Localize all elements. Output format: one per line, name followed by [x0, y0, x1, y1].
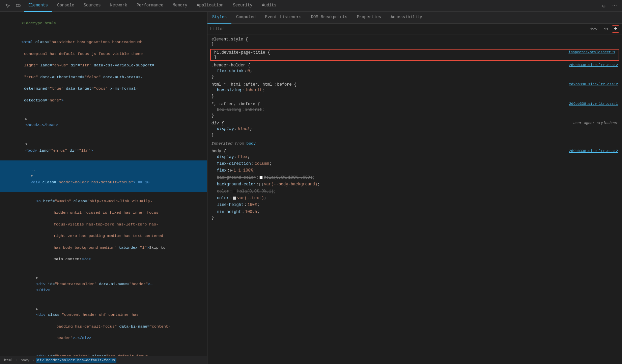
star-header: *, :after, :before { 2d9bb338.site-ltr.c… — [211, 102, 618, 107]
body-lang: lang= — [39, 148, 51, 153]
div-ua-rule: div { user agent stylesheet display : bl… — [207, 120, 622, 139]
html-star-selector: html *, html :after, html :before { — [211, 82, 296, 87]
html-class-cont4: determined="true" data-target="docs" x-m… — [21, 86, 138, 91]
devtools-toolbar: Elements Console Sources Network Perform… — [0, 0, 622, 12]
tab-accessibility[interactable]: Accessibility — [386, 12, 427, 24]
a-tag: <a — [36, 199, 43, 203]
color-swatch-1[interactable] — [233, 190, 236, 193]
body-rule-brace: } — [211, 215, 618, 220]
header-area-triangle[interactable]: ▶ — [36, 276, 38, 280]
device-icon[interactable] — [13, 1, 23, 10]
box-sizing-inherit-prop: box-sizing : inherit ; — [211, 87, 618, 94]
content-header-line[interactable]: ▶ <div class="content-header uhf-contain… — [0, 300, 207, 347]
display-flex-prop: display : flex ; — [211, 154, 618, 160]
element-style-selector: element.style { — [211, 37, 248, 42]
hov-button[interactable]: :hov — [589, 26, 599, 32]
tab-audits[interactable]: Audits — [258, 0, 280, 12]
tab-dom-breakpoints[interactable]: DOM Breakpoints — [306, 12, 352, 24]
html-class-value: "hasSidebar hasPageActions hasBreadcrumb — [49, 40, 142, 44]
tab-event-listeners[interactable]: Event Listeners — [260, 12, 306, 24]
flex-shrink-prop: flex-shrink : 0 ; — [211, 68, 618, 74]
element-style-header: element.style { — [211, 37, 618, 42]
bg-color-swatch-2[interactable] — [259, 183, 263, 186]
breadcrumb-body[interactable]: body — [19, 358, 31, 363]
h1-rule-brace: } — [214, 55, 615, 60]
div-header-holder-line[interactable]: .. ▼ <div class="header-holder has-defau… — [0, 160, 207, 192]
tab-elements[interactable]: Elements — [24, 0, 52, 12]
banner-holder-line[interactable]: <div id="banner-holder" class="has-defau… — [0, 347, 207, 356]
h1-selector: h1.devsite-page-title { — [214, 50, 270, 55]
tab-console[interactable]: Console — [53, 0, 78, 12]
content-header-triangle[interactable]: ▶ — [36, 307, 38, 311]
styles-tabs: Styles Computed Event Listeners DOM Brea… — [207, 12, 622, 24]
tab-security[interactable]: Security — [229, 0, 257, 12]
div-ua-brace: } — [211, 133, 618, 138]
h1-devsite-rule: h1.devsite-page-title { inspector-styles… — [210, 49, 619, 61]
bg-color-swatch-1[interactable] — [259, 176, 263, 179]
star-brace: } — [211, 113, 618, 118]
html-root-line[interactable]: <html class="hasSidebar hasPageActions h… — [0, 33, 207, 109]
svg-rect-1 — [19, 5, 21, 6]
tab-performance[interactable]: Performance — [133, 0, 167, 12]
html-star-source[interactable]: 2d9bb338.site-ltr.css:2 — [569, 82, 618, 86]
color-strikethrough-prop: color : hsla(0,0%,9%,1) ; — [211, 188, 618, 195]
head-triangle[interactable]: ▶ — [25, 117, 27, 121]
color-swatch-2[interactable] — [233, 196, 236, 200]
smiley-icon[interactable]: ☺ — [599, 1, 609, 10]
elements-panel: <!doctype html> <html class="hasSidebar … — [0, 12, 207, 364]
header-holder-source[interactable]: 2d9bb338.site-ltr.css:2 — [569, 63, 618, 67]
tab-styles[interactable]: Styles — [207, 12, 231, 24]
tab-properties[interactable]: Properties — [352, 12, 386, 24]
more-options-icon[interactable]: ⋯ — [610, 1, 619, 10]
body-line[interactable]: ▼ <body lang="en-us" dir="ltr"> — [0, 135, 207, 160]
breadcrumb-div[interactable]: div.header-holder.has-default-focus — [36, 358, 116, 363]
html-class-cont5: detection="none"> — [21, 98, 63, 102]
html-star-header: html *, html :after, html :before { 2d9b… — [211, 82, 618, 87]
inherited-label-text: Inherited from — [211, 141, 244, 146]
bg-color-prop: background-color : var(--body-background… — [211, 181, 618, 188]
header-holder-header: .header-holder { 2d9bb338.site-ltr.css:2 — [211, 63, 618, 68]
breadcrumb-sep-2: › — [32, 358, 34, 362]
header-area-holder-line[interactable]: ▶ <div id="headerAreaHolder" data-bi-nam… — [0, 268, 207, 300]
styles-content[interactable]: element.style { } h1.devsite-page-title … — [207, 34, 622, 364]
head-line[interactable]: ▶ <head>…</head> — [0, 109, 207, 135]
html-class-cont: conceptual has-default-focus js-focus-vi… — [21, 52, 145, 56]
body-triangle[interactable]: ▼ — [25, 143, 27, 146]
body-lang-val: "en-us" — [51, 148, 67, 153]
tab-sources[interactable]: Sources — [80, 0, 105, 12]
tab-memory[interactable]: Memory — [169, 0, 191, 12]
flex-direction-prop: flex-direction : column ; — [211, 160, 618, 167]
div-triangle[interactable]: ▼ — [31, 174, 33, 178]
line-height-prop: line-height : 160% ; — [211, 202, 618, 208]
add-style-button[interactable]: + — [612, 25, 619, 33]
anchor-line[interactable]: <a href="#main" class="skip-to-main-link… — [0, 192, 207, 268]
doctype-text: <!doctype html> — [21, 21, 56, 25]
header-holder-brace: } — [211, 74, 618, 79]
h1-rule-header: h1.devsite-page-title { inspector-styles… — [214, 50, 615, 55]
inherited-element[interactable]: body — [247, 141, 256, 146]
div-tag: <div — [31, 180, 43, 184]
breadcrumb-sep-1: › — [16, 358, 18, 362]
toolbar-right: ☺ ⋯ — [599, 1, 619, 10]
html-doctype-line[interactable]: <!doctype html> — [0, 14, 207, 33]
elements-content[interactable]: <!doctype html> <html class="hasSidebar … — [0, 12, 207, 356]
cursor-icon[interactable] — [3, 1, 12, 10]
tab-computed[interactable]: Computed — [231, 12, 260, 24]
tab-application[interactable]: Application — [193, 0, 227, 12]
tab-network[interactable]: Network — [106, 0, 131, 12]
flex-prop: flex : ▶ 1 1 100% ; — [211, 167, 618, 174]
div-ua-header: div { user agent stylesheet — [211, 121, 618, 126]
head-tag: <head> — [25, 123, 39, 127]
inherited-from-label: Inherited from body — [207, 139, 622, 148]
h1-source[interactable]: inspector-stylesheet:1 — [568, 50, 615, 54]
element-style-brace: } — [211, 42, 618, 47]
body-source[interactable]: 2d9bb338.site-ltr.css:2 — [569, 149, 618, 153]
html-class-cont2: light" lang="en-us" dir="ltr" data-css-v… — [21, 63, 154, 67]
breadcrumb-html[interactable]: html — [3, 358, 14, 363]
a-class-cont4: has-body-background-medium" tabindex="1"… — [36, 245, 165, 250]
body-rule-header: body { 2d9bb338.site-ltr.css:2 — [211, 149, 618, 154]
cls-button[interactable]: .cls — [601, 26, 610, 32]
star-source[interactable]: 2d9bb338.site-ltr.css:1 — [569, 102, 618, 106]
star-selector: *, :after, :before { — [211, 102, 260, 107]
filter-input[interactable] — [210, 27, 587, 31]
